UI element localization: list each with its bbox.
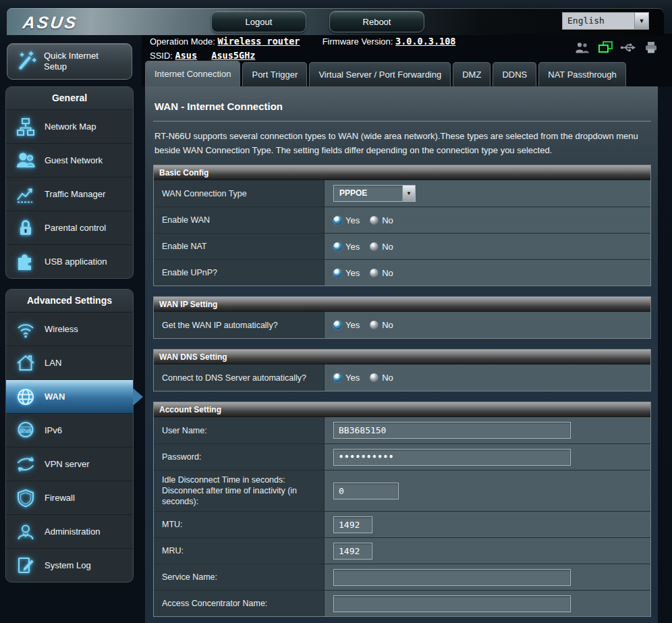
sidebar-item-traffic-manager[interactable]: Traffic Manager xyxy=(6,177,133,211)
sidebar-item-ipv6[interactable]: IPv6 IPv6 xyxy=(6,413,133,447)
enable-nat-no-radio[interactable]: No xyxy=(370,242,393,252)
sidebar-item-lan[interactable]: LAN xyxy=(6,346,133,379)
enable-upnp-yes-radio[interactable]: Yes xyxy=(333,268,360,278)
radio-unselected-icon xyxy=(370,242,379,251)
section-title: WAN DNS Setting xyxy=(154,350,650,364)
enable-wan-no-radio[interactable]: No xyxy=(370,215,393,225)
logout-button[interactable]: Logout xyxy=(211,11,306,32)
mtu-field[interactable] xyxy=(333,516,372,533)
access-concentrator-field[interactable] xyxy=(333,595,571,612)
tab-dmz[interactable]: DMZ xyxy=(453,62,491,86)
section-wan-dns: WAN DNS Setting Connect to DNS Server au… xyxy=(153,349,651,391)
ssid-24g-link[interactable]: Asus xyxy=(175,50,198,61)
service-name-field[interactable] xyxy=(333,569,571,586)
password-field[interactable] xyxy=(333,449,571,466)
ipv6-globe-icon: IPv6 xyxy=(15,420,36,441)
table-row: Enable NAT Yes No xyxy=(154,233,650,259)
row-label: Get the WAN IP automatically? xyxy=(154,312,325,338)
globe-icon xyxy=(15,386,36,408)
section-account: Account Setting User Name: Password: Idl… xyxy=(153,402,651,617)
sidebar-group-advanced: Advanced Settings Wireless LAN WAN IPv6 … xyxy=(5,289,134,583)
dns-auto-yes-radio[interactable]: Yes xyxy=(333,373,360,383)
general-group-title: General xyxy=(6,87,133,109)
enable-wan-yes-radio[interactable]: Yes xyxy=(333,215,360,225)
tab-nat-passthrough[interactable]: NAT Passthrough xyxy=(538,62,625,86)
title-divider xyxy=(153,121,651,121)
table-row: Enable UPnP? Yes No xyxy=(154,259,650,286)
sidebar-item-firewall[interactable]: Firewall xyxy=(6,481,133,514)
enable-upnp-no-radio[interactable]: No xyxy=(370,268,393,278)
quick-internet-setup-button[interactable]: Quick Internet Setup xyxy=(7,43,132,80)
table-row: User Name: xyxy=(154,417,650,443)
mru-field[interactable] xyxy=(333,543,372,560)
sidebar-item-label: WAN xyxy=(45,391,65,402)
asus-logo: ASUS xyxy=(22,13,80,32)
shield-icon xyxy=(15,487,36,509)
row-label: Enable NAT xyxy=(154,234,325,259)
status-icon-bar xyxy=(574,40,659,55)
tab-ddns[interactable]: DDNS xyxy=(493,62,536,86)
puzzle-icon xyxy=(15,251,36,273)
top-banner: ASUS Logout Reboot English ▼ xyxy=(7,8,664,35)
dns-auto-no-radio[interactable]: No xyxy=(370,373,393,383)
language-select[interactable]: English ▼ xyxy=(562,12,649,30)
sidebar-item-label: Network Map xyxy=(45,121,96,132)
idle-disconnect-field[interactable] xyxy=(333,483,399,499)
firmware-version-link[interactable]: 3.0.0.3.108 xyxy=(395,36,455,47)
table-row: MRU: xyxy=(154,537,650,564)
radio-unselected-icon xyxy=(370,373,379,382)
sidebar-item-label: Guest Network xyxy=(45,155,103,165)
sidebar-item-label: USB application xyxy=(45,256,107,267)
sidebar-item-usb-application[interactable]: USB application xyxy=(6,244,133,278)
page-description: RT-N66U supports several connection type… xyxy=(153,129,647,157)
sidebar-item-label: IPv6 xyxy=(45,425,62,435)
table-row: WAN Connection Type PPPOE ▼ xyxy=(154,180,650,207)
advanced-group-title: Advanced Settings xyxy=(6,290,133,312)
wan-connection-type-select[interactable]: PPPOE ▼ xyxy=(333,185,416,202)
username-field[interactable] xyxy=(333,422,571,439)
sidebar-item-label: System Log xyxy=(45,560,91,570)
tab-internet-connection[interactable]: Internet Connection xyxy=(145,61,240,86)
chevron-down-icon[interactable]: ▼ xyxy=(402,186,415,201)
sidebar-item-vpn-server[interactable]: VPN server xyxy=(6,447,133,481)
radio-unselected-icon xyxy=(370,321,379,329)
sidebar-item-administration[interactable]: Administration xyxy=(6,514,133,548)
tab-virtual-server[interactable]: Virtual Server / Port Forwarding xyxy=(309,62,451,86)
table-row: Password: xyxy=(154,443,650,470)
guest-network-icon xyxy=(15,150,36,171)
wan-ip-auto-no-radio[interactable]: No xyxy=(370,320,393,330)
enable-nat-yes-radio[interactable]: Yes xyxy=(333,242,360,252)
clients-icon[interactable] xyxy=(574,40,590,55)
content-panel: WAN - Internet Connection RT-N66U suppor… xyxy=(145,86,658,623)
radio-selected-icon xyxy=(333,321,342,329)
tab-port-trigger[interactable]: Port Trigger xyxy=(242,62,307,86)
reboot-button[interactable]: Reboot xyxy=(329,11,424,32)
row-label: Enable WAN xyxy=(154,207,325,233)
operation-mode-label: Operation Mode: xyxy=(150,36,215,47)
usb-icon[interactable] xyxy=(620,40,636,55)
network-status-icon[interactable] xyxy=(597,40,613,55)
ssid-label: SSID: xyxy=(150,51,173,61)
row-label: Access Concentrator Name: xyxy=(154,591,325,616)
sidebar-item-system-log[interactable]: System Log xyxy=(6,548,133,582)
sidebar-item-guest-network[interactable]: Guest Network xyxy=(6,143,133,177)
radio-unselected-icon xyxy=(370,216,379,225)
radio-selected-icon xyxy=(333,269,342,277)
ssid-5g-link[interactable]: Asus5GHz xyxy=(211,50,255,61)
sidebar-item-label: VPN server xyxy=(45,459,89,469)
sidebar-item-parental-control[interactable]: Parental control xyxy=(6,211,133,244)
sidebar-item-network-map[interactable]: Network Map xyxy=(6,109,133,143)
chevron-down-icon[interactable]: ▼ xyxy=(634,13,648,29)
sidebar-item-label: Traffic Manager xyxy=(45,189,105,199)
table-row: MTU: xyxy=(154,511,650,537)
log-pencil-icon xyxy=(15,555,36,576)
sidebar-item-wireless[interactable]: Wireless xyxy=(6,312,133,346)
operation-mode-link[interactable]: Wireless router xyxy=(217,36,300,47)
wifi-icon xyxy=(15,319,36,340)
wan-ip-auto-yes-radio[interactable]: Yes xyxy=(333,320,360,330)
printer-icon[interactable] xyxy=(643,40,659,55)
section-title: Account Setting xyxy=(154,402,650,417)
network-map-icon xyxy=(15,116,36,138)
sidebar-item-wan[interactable]: WAN xyxy=(6,379,133,413)
sidebar-item-label: Parental control xyxy=(45,223,106,233)
